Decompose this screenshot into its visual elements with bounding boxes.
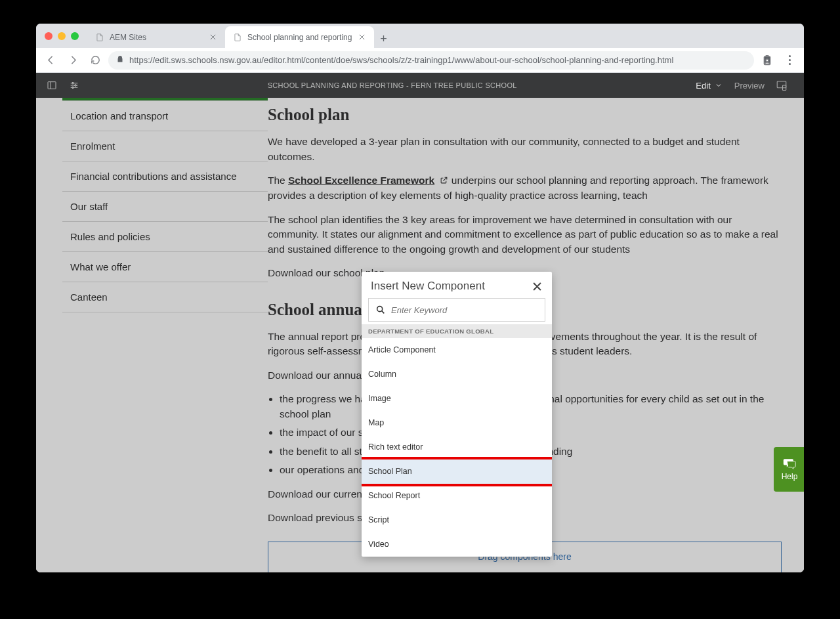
account-icon[interactable]	[758, 51, 776, 70]
browser-window: AEM Sites School planning and reporting …	[36, 24, 804, 572]
nav-location[interactable]: Location and transport	[62, 101, 268, 131]
emulator-icon[interactable]	[774, 77, 789, 93]
external-link-icon	[440, 174, 448, 188]
left-nav: Location and transport Enrolment Financi…	[36, 98, 268, 572]
component-image[interactable]: Image	[362, 387, 552, 411]
component-script[interactable]: Script	[362, 508, 552, 532]
browser-tabbar: AEM Sites School planning and reporting …	[36, 24, 804, 48]
dialog-close-button[interactable]	[531, 280, 543, 292]
heading-school-plan: School plan	[268, 103, 782, 127]
nav-enrolment[interactable]: Enrolment	[62, 131, 268, 161]
window-zoom[interactable]	[71, 32, 79, 40]
search-icon	[375, 305, 386, 315]
mode-label: Edit	[696, 81, 710, 91]
preview-button[interactable]: Preview	[734, 81, 765, 91]
editor-top-bar: SCHOOL PLANNING AND REPORTING - FERN TRE…	[36, 73, 804, 98]
help-label: Help	[782, 472, 798, 481]
window-close[interactable]	[45, 32, 52, 40]
close-icon[interactable]	[208, 33, 217, 42]
url-text: https://edit.sws.schools.nsw.gov.au/edit…	[129, 55, 673, 65]
dialog-title: Insert New Component	[371, 280, 531, 293]
component-school-plan[interactable]: School Plan	[362, 459, 552, 484]
browser-tab-aem-sites[interactable]: AEM Sites	[87, 26, 225, 48]
sef-link[interactable]: School Excellence Framework	[288, 175, 434, 186]
dialog-search[interactable]	[368, 298, 545, 322]
nav-rules[interactable]: Rules and policies	[62, 222, 268, 252]
component-column[interactable]: Column	[362, 362, 552, 387]
nav-offer[interactable]: What we offer	[62, 252, 268, 282]
file-icon	[233, 33, 242, 42]
toggle-panel-icon[interactable]	[44, 77, 60, 93]
tab-title: AEM Sites	[110, 33, 146, 42]
window-controls	[36, 24, 87, 48]
chat-icon	[783, 458, 796, 469]
window-minimize[interactable]	[58, 32, 66, 40]
reload-button[interactable]	[86, 51, 104, 70]
mode-selector[interactable]: Edit	[696, 81, 722, 91]
file-icon	[95, 33, 104, 42]
page-title: SCHOOL PLANNING AND REPORTING - FERN TRE…	[89, 81, 696, 89]
browser-tabs: AEM Sites School planning and reporting …	[87, 24, 392, 48]
help-tab[interactable]: Help	[774, 447, 804, 492]
component-map[interactable]: Map	[362, 411, 552, 435]
chevron-down-icon	[715, 81, 723, 89]
svg-line-11	[382, 311, 385, 314]
back-button[interactable]	[41, 51, 60, 70]
component-group-header: DEPARTMENT OF EDUCATION GLOBAL	[362, 324, 552, 338]
component-rich-text[interactable]: Rich text editor	[362, 435, 552, 459]
browser-tab-school-planning[interactable]: School planning and reporting	[225, 26, 374, 48]
svg-rect-8	[777, 81, 786, 88]
nav-financial[interactable]: Financial contributions and assistance	[62, 161, 268, 192]
component-school-report[interactable]: School Report	[362, 484, 552, 508]
insert-component-dialog: Insert New Component DEPARTMENT OF EDUCA…	[362, 272, 552, 557]
lock-icon	[116, 55, 124, 65]
tab-title: School planning and reporting	[247, 33, 352, 42]
close-icon[interactable]	[357, 33, 366, 42]
paragraph: The school plan identifies the 3 key are…	[268, 213, 782, 257]
component-video[interactable]: Video	[362, 532, 552, 557]
paragraph: The School Excellence Framework underpin…	[268, 173, 782, 203]
svg-point-10	[377, 307, 383, 312]
settings-icon[interactable]	[66, 77, 82, 93]
component-article[interactable]: Article Component	[362, 338, 552, 362]
address-bar[interactable]: https://edit.sws.schools.nsw.gov.au/edit…	[108, 51, 754, 70]
new-tab-button[interactable]: +	[374, 30, 392, 48]
svg-rect-0	[48, 82, 56, 89]
paragraph: We have developed a 3-year plan in consu…	[268, 135, 782, 164]
nav-our-staff[interactable]: Our staff	[62, 192, 268, 222]
browser-menu[interactable]	[780, 51, 799, 70]
nav-canteen[interactable]: Canteen	[62, 282, 268, 312]
search-input[interactable]	[391, 305, 538, 315]
browser-toolbar: https://edit.sws.schools.nsw.gov.au/edit…	[36, 48, 804, 73]
forward-button[interactable]	[64, 51, 82, 70]
